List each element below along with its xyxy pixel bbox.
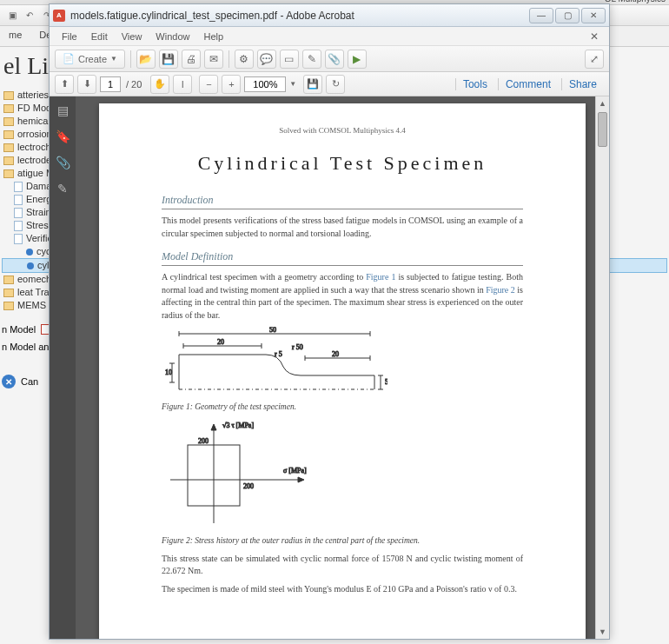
stamp-icon[interactable]: ▭ [280,50,299,69]
save-icon[interactable]: ▣ [5,9,19,23]
create-label: Create [78,54,107,64]
svg-marker-28 [298,477,304,482]
ribbon-tab-home[interactable]: me [0,26,30,46]
svg-text:r 50: r 50 [292,343,303,351]
vertical-scrollbar[interactable]: ▲ ▼ [595,96,609,639]
svg-text:20: 20 [217,338,224,346]
acrobat-title-text: models.fatigue.cylindrical_test_specimen… [65,10,527,22]
svg-text:10: 10 [165,368,172,376]
attachments-icon[interactable]: 📎 [54,154,71,171]
folder-icon [3,302,14,310]
document-viewport[interactable]: Solved with COMSOL Multiphysics 4.4 Cyli… [76,96,609,639]
sign-icon[interactable]: ✎ [302,50,321,69]
email-icon[interactable]: ✉ [204,50,223,69]
save-local-icon[interactable]: 💾 [303,75,322,94]
comment-panel-button[interactable]: Comment [498,78,558,90]
folder-icon [3,117,14,126]
svg-marker-26 [211,424,216,430]
scroll-up-icon[interactable]: ▲ [596,96,609,110]
folder-icon [3,91,14,100]
document-close-icon[interactable]: ✕ [585,30,604,43]
folder-icon [3,169,14,178]
bg-title-fragment: OL Multiphysics [605,0,666,2]
page-down-icon[interactable]: ⬇ [77,75,96,94]
figure2-link[interactable]: Figure 2 [486,285,515,295]
menu-window[interactable]: Window [149,30,196,43]
svg-text:50: 50 [269,327,276,334]
comment-icon[interactable]: 💬 [257,50,276,69]
svg-text:200: 200 [243,482,254,490]
dropdown-icon: ▼ [110,55,117,63]
paragraph-intro: This model presents verifications of the… [162,215,523,240]
undo-icon[interactable]: ↶ [23,9,36,23]
multimedia-icon[interactable]: ▶ [348,50,367,69]
figure1-geometry-diagram: 50 20 20 r 5 r 50 10 [162,327,387,398]
hand-tool-icon[interactable]: ✋ [150,75,169,94]
zoom-in-icon[interactable]: + [222,75,241,94]
zoom-dropdown-icon[interactable]: ▼ [289,80,296,88]
bluedot-icon [27,262,34,269]
print-icon[interactable]: 🖨 [182,50,201,69]
heading-introduction: Introduction [162,194,523,209]
zoom-input[interactable] [244,76,286,92]
acrobat-navpane: ▤ 🔖 📎 ✎ [50,96,76,639]
bluedot-icon [26,249,33,256]
figure1-caption: Figure 1: Geometry of the test specimen. [162,402,523,414]
share-panel-button[interactable]: Share [561,78,604,90]
folder-icon [3,156,14,165]
maximize-button[interactable]: ▢ [555,8,580,23]
expand-toolbar-icon[interactable]: ⤢ [585,50,604,69]
page-number-input[interactable] [100,76,121,92]
minimize-button[interactable]: — [529,8,553,23]
gear-icon[interactable]: ⚙ [235,50,254,69]
cancel-label: Can [21,376,38,387]
doc-icon [14,234,23,244]
bookmarks-icon[interactable]: 🔖 [54,128,71,145]
doc-header-note: Solved with COMSOL Multiphysics 4.4 [162,126,523,135]
attach-icon[interactable]: 📎 [325,50,344,69]
menu-file[interactable]: File [55,30,84,43]
cancel-icon: ✕ [2,375,16,388]
select-tool-icon[interactable]: I [173,75,192,94]
open-model-and-label: n Model and [2,342,55,352]
menu-help[interactable]: Help [196,30,230,43]
separator [130,50,131,68]
svg-text:5: 5 [385,378,387,386]
scrollbar-thumb[interactable] [598,112,607,147]
pdf-app-icon: A [53,10,65,22]
menu-view[interactable]: View [115,30,149,43]
page-up-icon[interactable]: ⬆ [55,75,74,94]
rotate-icon[interactable]: ↻ [326,75,345,94]
doc-title: Cylindrical Test Specimen [162,152,523,175]
separator [229,50,229,68]
pdf-page: Solved with COMSOL Multiphysics 4.4 Cyli… [99,103,586,639]
doc-icon [14,208,23,218]
svg-text:σ [MPa]: σ [MPa] [283,467,307,475]
zoom-out-icon[interactable]: − [199,75,218,94]
acrobat-titlebar: A models.fatigue.cylindrical_test_specim… [50,4,609,27]
svg-text:200: 200 [198,437,209,445]
thumbnails-icon[interactable]: ▤ [54,102,71,119]
doc-icon [14,182,23,192]
figure1-link[interactable]: Figure 1 [366,272,395,282]
doc-icon [14,195,23,205]
close-button[interactable]: ✕ [581,8,606,23]
acrobat-toolbar-nav: ⬆ ⬇ / 20 ✋ I − + ▼ 💾 ↻ Tools Comment Sha… [50,72,609,96]
open-icon[interactable]: 📂 [136,50,156,69]
figure2-caption: Figure 2: Stress history at the outer ra… [162,535,523,548]
tools-panel-button[interactable]: Tools [455,78,494,90]
save-icon[interactable]: 💾 [159,50,178,69]
open-model-label: n Model [2,324,36,335]
folder-icon [3,143,14,152]
scroll-down-icon[interactable]: ▼ [596,625,609,639]
folder-icon [3,276,14,284]
svg-text:20: 20 [332,350,339,358]
folder-icon [3,289,14,297]
paragraph-definition: A cylindrical test specimen with a geome… [162,271,523,322]
doc-icon [14,221,23,231]
acrobat-menubar: File Edit View Window Help ✕ [50,27,609,46]
signatures-icon[interactable]: ✎ [54,180,71,197]
menu-edit[interactable]: Edit [84,30,115,43]
text: A cylindrical test specimen with a geome… [162,272,366,282]
create-button[interactable]: 📄 Create ▼ [55,50,125,69]
